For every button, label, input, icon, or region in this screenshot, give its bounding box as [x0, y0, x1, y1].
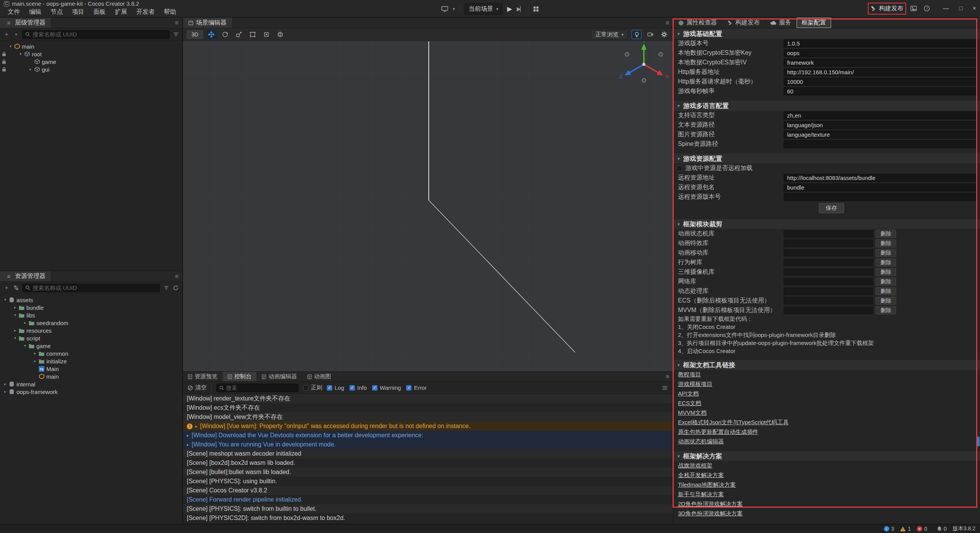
regex-toggle[interactable]: 正则 — [303, 384, 322, 391]
filter-icon[interactable] — [163, 284, 170, 292]
panel-menu-icon[interactable]: ≡ — [171, 273, 182, 280]
console-tab-3[interactable]: 动画图 — [302, 372, 336, 381]
console-tab-1[interactable]: 控制台 — [223, 372, 257, 381]
section-header-2[interactable]: ▾游戏资源配置 — [673, 154, 980, 163]
menu-item-5[interactable]: 扩展 — [111, 8, 131, 16]
log-row[interactable]: ▸[Window] You are running Vue in develop… — [183, 440, 673, 449]
refresh-icon[interactable] — [172, 284, 179, 292]
log-row[interactable]: [Scene] [PHYSICS]: switch from builtin t… — [183, 504, 673, 513]
log-row[interactable]: [Scene] [box2d]:box2d wasm lib loaded. — [183, 458, 673, 468]
move-tool-icon[interactable] — [206, 30, 217, 39]
filter-icon[interactable] — [172, 31, 179, 38]
module-input[interactable] — [784, 230, 873, 237]
delete-button[interactable]: 删除 — [875, 278, 896, 286]
hierarchy-title-tab[interactable]: ≡ 层级管理器 — [0, 18, 51, 28]
doc-link[interactable]: 新手引导解决方案 — [678, 491, 724, 498]
menu-item-3[interactable]: 项目 — [68, 8, 88, 16]
lock-icon[interactable] — [0, 52, 8, 56]
tree-arrow-icon[interactable]: ▾ — [22, 342, 28, 350]
panel-menu-icon[interactable]: ≡ — [662, 20, 673, 26]
tree-arrow-icon[interactable]: ▸ — [28, 65, 33, 73]
field-input[interactable]: 60 — [784, 87, 977, 95]
delete-button[interactable]: 删除 — [875, 239, 896, 247]
rotate-tool-icon[interactable] — [220, 30, 230, 39]
scene-settings-gear-icon[interactable] — [659, 30, 669, 39]
tree-item-assets[interactable]: ▾assets — [0, 296, 182, 304]
menu-item-7[interactable]: 帮助 — [160, 8, 180, 16]
scene-select[interactable]: 当前场景 ▾ — [464, 3, 503, 15]
checkbox-icon[interactable]: ✓ — [372, 385, 377, 391]
log-row[interactable]: [Scene] Forward render pipeline initiali… — [183, 495, 673, 504]
checkbox-icon[interactable] — [303, 385, 309, 391]
status-warning-count[interactable]: ! 1 — [900, 526, 911, 532]
inspector-tab-1[interactable]: 构建发布 — [722, 18, 765, 28]
inspector-tab-3[interactable]: 框架配置 — [797, 18, 831, 28]
inspector-tab-2[interactable]: 服务 — [765, 18, 797, 28]
status-error-count[interactable]: × 0 — [917, 526, 927, 532]
tree-item-oops-framework[interactable]: ▸oops-framework — [0, 388, 182, 396]
field-input[interactable]: http://localhost:8083/assets/bundle — [784, 174, 977, 182]
tree-item-common[interactable]: ▸common — [0, 350, 182, 357]
doc-link[interactable]: API文档 — [678, 390, 699, 397]
scene-title-tab[interactable]: 场景编辑器 — [183, 18, 232, 28]
add-node-button[interactable]: ＋ — [3, 31, 10, 38]
module-input[interactable] — [784, 278, 873, 285]
doc-link[interactable]: 游戏模板项目 — [678, 381, 712, 388]
tree-item-main[interactable]: ▾main — [0, 43, 182, 50]
assets-search[interactable] — [22, 284, 160, 292]
layout-grid-icon[interactable] — [533, 6, 539, 12]
tree-arrow-icon[interactable]: ▾ — [18, 50, 23, 58]
panel-menu-icon[interactable]: ≡ — [662, 373, 673, 380]
filter-warning[interactable]: ✓Warning — [372, 384, 401, 391]
scrollbar-thumb[interactable] — [977, 437, 980, 446]
log-row[interactable]: [Window] ecs文件夹不存在 — [183, 403, 673, 412]
field-input[interactable] — [784, 193, 977, 201]
field-input[interactable]: language/json — [784, 121, 977, 129]
lock-icon[interactable] — [0, 67, 8, 72]
save-button[interactable]: 保存 — [819, 203, 844, 213]
scene-viewport[interactable]: Y X Z — [183, 41, 673, 371]
tree-arrow-icon[interactable]: ▸ — [32, 357, 38, 365]
scene-camera-icon[interactable] — [645, 30, 655, 39]
delete-button[interactable]: 删除 — [875, 258, 896, 266]
filter-error[interactable]: ✓Error — [406, 384, 426, 391]
menu-item-0[interactable]: 文件 — [4, 8, 24, 16]
log-row[interactable]: [Window] render_texture文件夹不存在 — [183, 394, 673, 403]
inspector-tab-0[interactable]: 属性检查器 — [673, 18, 722, 28]
play-button[interactable]: ▶ — [507, 5, 512, 13]
tree-item-Main[interactable]: TSMain — [0, 365, 182, 373]
clear-console-button[interactable]: 清空 — [188, 384, 207, 391]
module-input[interactable] — [784, 249, 873, 257]
close-button[interactable]: × — [973, 5, 976, 12]
delete-button[interactable]: 删除 — [875, 268, 896, 276]
panel-menu-icon[interactable]: ≡ — [171, 20, 182, 26]
tree-arrow-icon[interactable]: ▾ — [12, 334, 18, 342]
delete-button[interactable]: 删除 — [875, 297, 896, 305]
section-header-5[interactable]: ▾框架解决方案 — [673, 451, 980, 461]
log-row[interactable]: [Scene] meshopt wasm decoder initialized — [183, 449, 673, 458]
step-button[interactable]: ▶▏ — [517, 6, 524, 12]
scale-tool-icon[interactable] — [234, 30, 244, 39]
doc-link[interactable]: 战旗游戏框架 — [678, 462, 712, 469]
menu-item-4[interactable]: 面板 — [90, 8, 109, 16]
module-input[interactable] — [784, 240, 873, 247]
assets-title-tab[interactable]: ≡ 资源管理器 — [0, 271, 51, 281]
field-input[interactable]: bundle — [784, 183, 977, 191]
log-row[interactable]: [Scene] [bullet]:bullet wasm lib loaded. — [183, 468, 673, 477]
console-tab-0[interactable]: 资源预览 — [183, 372, 223, 381]
checkbox-icon[interactable]: ✓ — [327, 385, 332, 391]
tree-item-internal[interactable]: ▸internal — [0, 380, 182, 388]
console-search[interactable] — [216, 384, 299, 392]
console-search-input[interactable] — [226, 385, 296, 391]
doc-link[interactable]: 3D角色扮演游戏解决方案 — [678, 510, 743, 517]
add-node-chevron-icon[interactable]: ▾ — [13, 31, 20, 38]
hierarchy-search[interactable] — [22, 30, 170, 39]
rect-tool-icon[interactable] — [248, 30, 258, 39]
tree-arrow-icon[interactable]: ▾ — [8, 43, 13, 50]
expand-arrow-icon[interactable]: ▸ — [187, 433, 189, 438]
tree-item-root[interactable]: ▾root — [0, 50, 182, 58]
doc-link[interactable]: ECS文档 — [678, 400, 701, 407]
checkbox-icon[interactable] — [676, 165, 682, 171]
gizmo-space-icon[interactable] — [275, 30, 286, 39]
delete-button[interactable]: 删除 — [875, 287, 896, 295]
